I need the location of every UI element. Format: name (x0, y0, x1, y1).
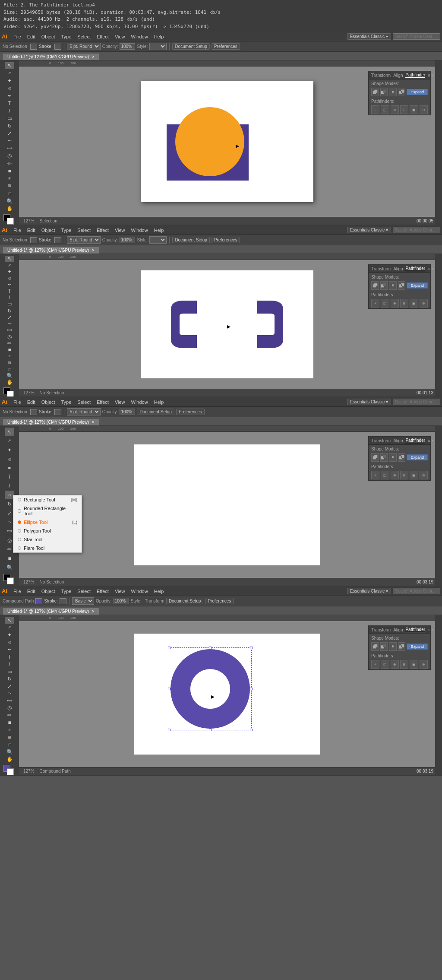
crop-btn-4[interactable]: ⊟ (400, 660, 408, 669)
pen-tool-3[interactable]: ✒ (5, 464, 14, 473)
stroke-profile-select-2[interactable]: 5 pt. Round (67, 236, 101, 244)
exclude-btn-1[interactable] (398, 88, 406, 96)
style-select-2[interactable] (149, 236, 167, 244)
eyedropper-tool-2[interactable]: ✏ (5, 340, 14, 346)
artboard-container-4[interactable]: ▸ Transform Align Pathfinder ≡ × Shape M… (19, 621, 435, 767)
preferences-button-2[interactable]: Preferences (212, 237, 240, 243)
eyedropper-tool[interactable]: ✏ (5, 160, 14, 167)
magic-wand-tool[interactable]: ✦ (5, 77, 14, 84)
unite-btn-2[interactable] (371, 281, 379, 290)
exclude-btn-4[interactable] (398, 642, 406, 651)
rectangle-tool-menu-item[interactable]: Rectangle Tool (M) (13, 495, 82, 504)
merge-btn-1[interactable]: ⊕ (391, 105, 399, 114)
handle-mr[interactable] (250, 688, 253, 690)
line-tool-3[interactable]: / (5, 482, 14, 490)
panel-close-4[interactable]: × (431, 628, 434, 632)
mesh-tool[interactable]: # (5, 175, 14, 182)
menu-file[interactable]: File (11, 33, 24, 40)
eyedropper-tool-4[interactable]: ✏ (5, 712, 14, 719)
lasso-tool-3[interactable]: ⌾ (5, 455, 14, 463)
warp-tool-2[interactable]: 〜 (5, 321, 14, 327)
gradient-tool[interactable]: ■ (5, 168, 14, 174)
pen-tool-2[interactable]: ✒ (5, 282, 14, 288)
slice-tool-4[interactable]: ⊞ (5, 734, 14, 741)
document-setup-button-2[interactable]: Document Setup (172, 237, 210, 243)
zoom-tool[interactable]: 🔍 (5, 198, 14, 205)
menu-edit-2[interactable]: Edit (25, 227, 38, 234)
align-tab-2[interactable]: Align (393, 266, 403, 271)
minus-front-btn-3[interactable] (380, 453, 388, 462)
outline-btn-1[interactable]: ▣ (410, 105, 418, 114)
menu-object[interactable]: Object (39, 33, 58, 40)
hand-tool-4[interactable]: ✋ (5, 756, 14, 763)
intersect-btn-4[interactable] (389, 642, 397, 651)
flare-tool-menu-item[interactable]: Flare Tool (13, 544, 82, 552)
pathfinder-tab-1[interactable]: Pathfinder (405, 73, 425, 78)
stroke-swatch-4[interactable] (60, 598, 66, 604)
menu-view-4[interactable]: View (112, 588, 128, 595)
menu-select[interactable]: Select (75, 33, 93, 40)
star-tool-menu-item[interactable]: Star Tool (13, 535, 82, 544)
menu-edit[interactable]: Edit (25, 33, 38, 40)
style-select[interactable] (149, 43, 167, 50)
trim-btn-1[interactable]: ◫ (381, 105, 389, 114)
document-setup-button-3[interactable]: Document Setup (137, 409, 174, 415)
panel-menu-btn-2[interactable]: ≡ (428, 266, 430, 271)
magic-wand-tool-2[interactable]: ✦ (5, 269, 14, 275)
document-tab-3[interactable]: Untitled-1* @ 127% (CMYK/GPU Preview) × (3, 419, 99, 425)
stroke-color-swatch-2[interactable] (7, 391, 14, 396)
menu-window-3[interactable]: Window (129, 399, 151, 406)
tab-close-1[interactable]: × (92, 54, 95, 59)
menu-window-2[interactable]: Window (129, 227, 151, 234)
lasso-tool-4[interactable]: ⌾ (5, 639, 14, 646)
trim-btn-2[interactable]: ◫ (381, 299, 389, 308)
rectangle-tool[interactable]: ▭ (5, 115, 14, 122)
eraser-tool[interactable]: ◻ (5, 190, 14, 197)
warp-tool[interactable]: 〜 (5, 137, 14, 144)
stroke-swatch-2[interactable] (54, 237, 61, 243)
minus-back-btn-1[interactable]: ⊖ (420, 105, 428, 114)
menu-edit-3[interactable]: Edit (25, 399, 38, 406)
panel-close-2[interactable]: × (431, 266, 434, 271)
scale-tool[interactable]: ⤢ (5, 130, 14, 137)
divide-btn-4[interactable]: ÷ (371, 660, 379, 669)
stroke-profile-select-3[interactable]: 5 pt. Round (67, 408, 101, 415)
menu-type[interactable]: Type (59, 33, 74, 40)
tab-close-3[interactable]: × (92, 420, 95, 425)
fill-swatch-2[interactable] (30, 237, 37, 243)
type-tool-2[interactable]: T (5, 288, 14, 294)
width-tool-4[interactable]: ⟺ (5, 697, 14, 704)
document-setup-button-4[interactable]: Document Setup (166, 598, 204, 604)
pathfinder-tab-2[interactable]: Pathfinder (405, 266, 425, 271)
unite-btn-1[interactable] (371, 88, 379, 96)
essentials-button-2[interactable]: Essentials Classic ▾ (347, 227, 391, 233)
opacity-input-3[interactable] (120, 409, 135, 415)
panel-menu-btn-4[interactable]: ≡ (428, 628, 430, 632)
rectangle-tool-4[interactable]: ▭ (5, 668, 14, 675)
menu-object-4[interactable]: Object (39, 588, 58, 595)
panel-menu-btn-1[interactable]: ≡ (428, 73, 430, 78)
selection-tool[interactable]: ↖ (5, 62, 14, 69)
expand-btn-1[interactable]: Expand (407, 89, 428, 95)
document-tab-1[interactable]: Untitled-1* @ 127% (CMYK/GPU Preview) × (3, 53, 99, 60)
divide-btn-3[interactable]: ÷ (371, 471, 379, 479)
artboard-container-2[interactable]: ▸ Transform Align Pathfinder ≡ × Shape M… (19, 260, 435, 389)
essentials-button[interactable]: Essentials Classic ▾ (347, 33, 391, 40)
blend-tool[interactable]: ◎ (5, 152, 14, 159)
tab-close-2[interactable]: × (92, 248, 95, 253)
search-input-4[interactable] (393, 588, 440, 594)
menu-select-2[interactable]: Select (75, 227, 93, 234)
menu-select-3[interactable]: Select (75, 399, 93, 406)
gradient-tool-4[interactable]: ■ (5, 719, 14, 726)
warp-tool-4[interactable]: 〜 (5, 690, 14, 697)
stroke-profile-select[interactable]: 5 pt. Round (67, 43, 101, 50)
selection-tool-3[interactable]: ↖ (5, 428, 14, 436)
minus-front-btn-1[interactable] (380, 88, 388, 96)
eraser-tool-4[interactable]: ◻ (5, 741, 14, 748)
stroke-swatch-3[interactable] (54, 409, 61, 415)
menu-help-2[interactable]: Help (152, 227, 167, 234)
lasso-tool[interactable]: ⌾ (5, 85, 14, 92)
menu-window-4[interactable]: Window (129, 588, 151, 595)
type-tool[interactable]: T (5, 100, 14, 107)
intersect-btn-3[interactable] (389, 453, 397, 462)
